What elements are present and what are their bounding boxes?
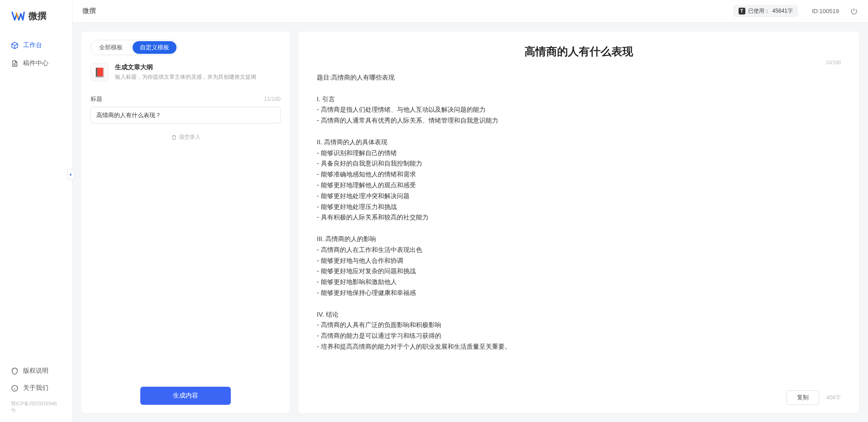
shield-icon bbox=[11, 367, 19, 375]
footer-label: 关于我们 bbox=[23, 384, 48, 392]
nav-drafts[interactable]: 稿件中心 bbox=[0, 54, 72, 72]
word-count: 404字 bbox=[826, 394, 841, 402]
copy-button[interactable]: 复制 bbox=[787, 390, 819, 405]
generate-button[interactable]: 生成内容 bbox=[140, 387, 231, 405]
text-icon: T bbox=[739, 8, 745, 14]
sidebar-bottom: 版权说明 关于我们 鄂ICP备2022016946号 bbox=[0, 362, 72, 422]
collapse-sidebar-button[interactable] bbox=[67, 170, 74, 180]
usage-badge: T 已使用： 45641字 bbox=[733, 5, 798, 17]
user-id: ID:100519 bbox=[812, 8, 839, 14]
nav-label: 稿件中心 bbox=[23, 59, 48, 67]
title-counter: 11/100 bbox=[264, 96, 281, 102]
trash-icon bbox=[171, 134, 177, 140]
power-icon[interactable] bbox=[850, 7, 858, 15]
output-title-row: 高情商的人有什么表现 10/100 bbox=[317, 44, 841, 59]
brand-logo-icon bbox=[11, 9, 25, 23]
content: 全部模板 自定义模板 📕 生成文章大纲 输入标题，为你提供文章主体的灵感，并为其… bbox=[72, 23, 868, 422]
form: 标题 11/100 bbox=[91, 95, 281, 123]
info-icon bbox=[11, 384, 19, 392]
nav-workbench[interactable]: 工作台 bbox=[0, 36, 72, 54]
topbar: 微撰 T 已使用： 45641字 ID:100519 bbox=[72, 0, 868, 23]
template-desc: 输入标题，为你提供文章主体的灵感，并为其创建推文提纲 bbox=[115, 73, 281, 81]
about-link[interactable]: 关于我们 bbox=[0, 379, 72, 397]
template-title: 生成文章大纲 bbox=[115, 63, 281, 71]
output-panel: 高情商的人有什么表现 10/100 题目:高情商的人有哪些表现 I. 引言 - … bbox=[299, 32, 859, 413]
output-title: 高情商的人有什么表现 bbox=[317, 44, 841, 59]
template-card: 📕 生成文章大纲 输入标题，为你提供文章主体的灵感，并为其创建推文提纲 bbox=[91, 63, 281, 81]
page-title: 微撰 bbox=[82, 7, 733, 15]
sidebar: 微撰 工作台 稿件中心 版权说明 关于我们 鄂ICP备2022016946号 bbox=[0, 0, 72, 422]
nav-label: 工作台 bbox=[23, 41, 42, 49]
template-icon: 📕 bbox=[91, 63, 109, 81]
output-title-counter: 10/100 bbox=[825, 60, 841, 65]
logo: 微撰 bbox=[0, 0, 72, 36]
brand-name: 微撰 bbox=[29, 10, 47, 22]
title-input[interactable] bbox=[91, 107, 281, 123]
document-icon bbox=[11, 60, 19, 67]
input-panel: 全部模板 自定义模板 📕 生成文章大纲 输入标题，为你提供文章主体的灵感，并为其… bbox=[81, 32, 290, 413]
icp-text: 鄂ICP备2022016946号 bbox=[0, 397, 72, 417]
tab-all-templates[interactable]: 全部模板 bbox=[92, 41, 130, 54]
template-info: 生成文章大纲 输入标题，为你提供文章主体的灵感，并为其创建推文提纲 bbox=[115, 63, 281, 81]
usage-value: 45641字 bbox=[773, 7, 793, 15]
template-tabs: 全部模板 自定义模板 bbox=[91, 40, 178, 55]
footer-label: 版权说明 bbox=[23, 367, 48, 375]
cube-icon bbox=[11, 42, 19, 49]
tab-custom-template[interactable]: 自定义模板 bbox=[133, 41, 176, 54]
usage-label: 已使用： bbox=[748, 7, 770, 15]
nav: 工作台 稿件中心 bbox=[0, 36, 72, 362]
main: 微撰 T 已使用： 45641字 ID:100519 全部模板 自定义模板 📕 bbox=[72, 0, 868, 422]
chevron-left-icon bbox=[68, 172, 73, 177]
copyright-link[interactable]: 版权说明 bbox=[0, 362, 72, 379]
title-label: 标题 bbox=[91, 95, 102, 103]
clear-input-button[interactable]: 清空录入 bbox=[91, 133, 281, 141]
output-body[interactable]: 题目:高情商的人有哪些表现 I. 引言 - 高情商是指人们处理情绪、与他人互动以… bbox=[317, 68, 841, 384]
output-footer: 复制 404字 bbox=[317, 384, 841, 405]
